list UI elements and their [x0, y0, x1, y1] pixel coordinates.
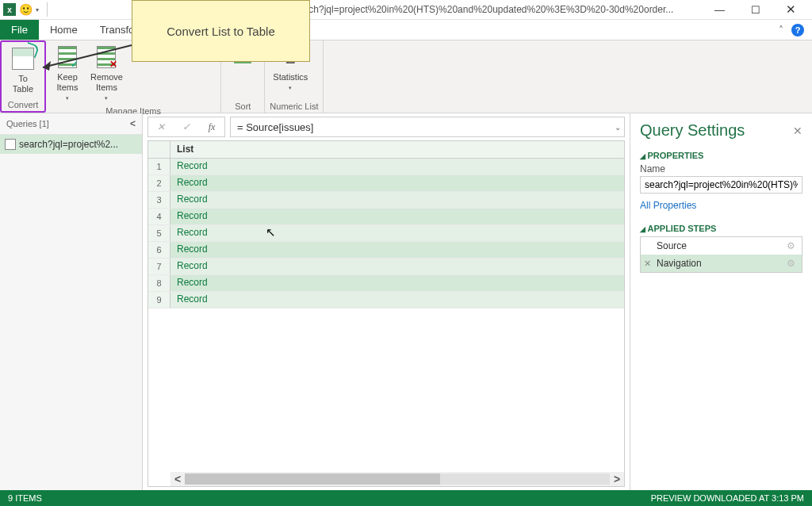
- row-number: 6: [148, 242, 170, 258]
- step-name: Source: [657, 240, 687, 251]
- callout-arrow: [38, 44, 133, 75]
- row-number: 7: [148, 259, 170, 274]
- cell-value[interactable]: Record: [170, 292, 624, 308]
- table-row[interactable]: 6Record: [148, 242, 624, 259]
- horizontal-scrollbar[interactable]: < >: [170, 472, 624, 486]
- divider: [47, 2, 48, 17]
- properties-section[interactable]: PROPERTIES: [640, 151, 802, 160]
- table-row[interactable]: 1Record: [148, 159, 624, 175]
- ribbon-tabs: File Home Transfor ˄ ?: [0, 20, 812, 40]
- cell-value[interactable]: Record: [170, 209, 624, 224]
- minimize-button[interactable]: —: [702, 0, 737, 20]
- qat-dropdown-icon[interactable]: ▾: [36, 6, 39, 13]
- query-name-input[interactable]: [640, 176, 802, 194]
- queries-pane: Queries [1] < search?jql=project%2...: [0, 113, 143, 490]
- group-numeric-label: Numeric List: [270, 100, 318, 111]
- tab-home[interactable]: Home: [39, 20, 89, 40]
- window-title: search?jql=project%20in%20(HTS)%20and%20…: [290, 4, 673, 15]
- titlebar: x 🙂 ▾ search?jql=project%20in%20(HTS)%20…: [0, 0, 812, 20]
- fx-icon[interactable]: fx: [199, 117, 224, 136]
- to-table-label: To Table: [13, 74, 33, 94]
- row-number: 3: [148, 192, 170, 208]
- row-number: 5: [148, 225, 170, 241]
- cell-value[interactable]: Record: [170, 225, 624, 241]
- cell-value[interactable]: Record: [170, 175, 624, 191]
- to-table-button[interactable]: To Table: [6, 44, 40, 96]
- collapse-queries-icon[interactable]: <: [130, 118, 136, 129]
- data-grid: List 1Record2Record3Record4Record5Record…: [147, 140, 625, 487]
- name-label: Name: [640, 163, 802, 174]
- ribbon-collapse-icon[interactable]: ˄: [779, 25, 783, 36]
- cell-value[interactable]: Record: [170, 242, 624, 258]
- table-row[interactable]: 5Record: [148, 225, 624, 242]
- cell-value[interactable]: Record: [170, 275, 624, 291]
- table-icon: [12, 48, 34, 70]
- table-row[interactable]: 7Record: [148, 259, 624, 275]
- step-name: Navigation: [657, 258, 702, 269]
- close-settings-icon[interactable]: ✕: [793, 125, 802, 137]
- scroll-right-icon[interactable]: >: [610, 473, 624, 485]
- statistics-label: Statistics: [273, 72, 308, 82]
- svg-line-0: [43, 45, 132, 67]
- cell-value[interactable]: Record: [170, 159, 624, 174]
- status-bar: 9 ITEMS PREVIEW DOWNLOADED AT 3:13 PM: [0, 490, 812, 506]
- row-number: 2: [148, 175, 170, 191]
- column-header-list[interactable]: List: [170, 141, 624, 158]
- cell-value[interactable]: Record: [170, 192, 624, 208]
- formula-cancel-icon[interactable]: ✕: [148, 117, 174, 136]
- status-preview-time: PREVIEW DOWNLOADED AT 3:13 PM: [651, 493, 804, 503]
- table-row[interactable]: 9Record: [148, 292, 624, 309]
- delete-step-icon[interactable]: ✕: [644, 259, 651, 269]
- query-item[interactable]: search?jql=project%2...: [0, 135, 142, 154]
- help-icon[interactable]: ?: [791, 24, 804, 36]
- applied-step[interactable]: Source⚙: [641, 237, 802, 255]
- applied-steps-section[interactable]: APPLIED STEPS: [640, 224, 802, 233]
- queries-header: Queries [1]: [6, 119, 49, 128]
- smiley-icon[interactable]: 🙂: [19, 3, 33, 16]
- applied-step[interactable]: ✕Navigation⚙: [641, 255, 802, 272]
- maximize-button[interactable]: ☐: [737, 0, 773, 20]
- data-pane: ✕ ✓ fx = Source[issues] ⌄ List 1Record2R…: [143, 113, 630, 490]
- row-number: 1: [148, 159, 170, 174]
- query-settings-pane: Query Settings ✕ PROPERTIES Name All Pro…: [630, 113, 812, 490]
- row-number: 9: [148, 292, 170, 308]
- table-row[interactable]: 8Record: [148, 275, 624, 292]
- table-row[interactable]: 4Record: [148, 209, 624, 225]
- callout-text: Convert List to Table: [167, 25, 274, 38]
- scroll-thumb[interactable]: [185, 473, 440, 485]
- formula-commit-icon[interactable]: ✓: [174, 117, 199, 136]
- formula-dropdown-icon[interactable]: ⌄: [615, 123, 621, 132]
- row-number-header: [148, 141, 170, 158]
- row-number: 8: [148, 275, 170, 291]
- group-convert-label: Convert: [6, 98, 40, 109]
- group-sort-label: Sort: [226, 100, 259, 111]
- table-row[interactable]: 3Record: [148, 192, 624, 209]
- excel-icon: x: [3, 3, 16, 16]
- svg-marker-1: [43, 61, 51, 71]
- tooltip-callout: Convert List to Table: [132, 0, 310, 62]
- formula-text: = Source[issues]: [237, 121, 313, 133]
- scroll-left-icon[interactable]: <: [170, 473, 185, 485]
- formula-bar: ✕ ✓ fx = Source[issues] ⌄: [147, 117, 625, 137]
- body: Queries [1] < search?jql=project%2... ✕ …: [0, 113, 812, 490]
- gear-icon[interactable]: ⚙: [787, 258, 795, 269]
- close-button[interactable]: ✕: [773, 0, 809, 20]
- row-number: 4: [148, 209, 170, 224]
- gear-icon[interactable]: ⚙: [787, 240, 795, 251]
- table-row[interactable]: 2Record: [148, 175, 624, 192]
- status-item-count: 9 ITEMS: [8, 493, 42, 503]
- formula-input[interactable]: = Source[issues] ⌄: [230, 117, 625, 137]
- settings-title: Query Settings: [640, 121, 745, 140]
- cell-value[interactable]: Record: [170, 259, 624, 274]
- applied-steps-list: Source⚙✕Navigation⚙: [640, 236, 802, 273]
- scroll-track[interactable]: [185, 473, 610, 485]
- all-properties-link[interactable]: All Properties: [640, 200, 802, 211]
- tab-file[interactable]: File: [0, 20, 39, 40]
